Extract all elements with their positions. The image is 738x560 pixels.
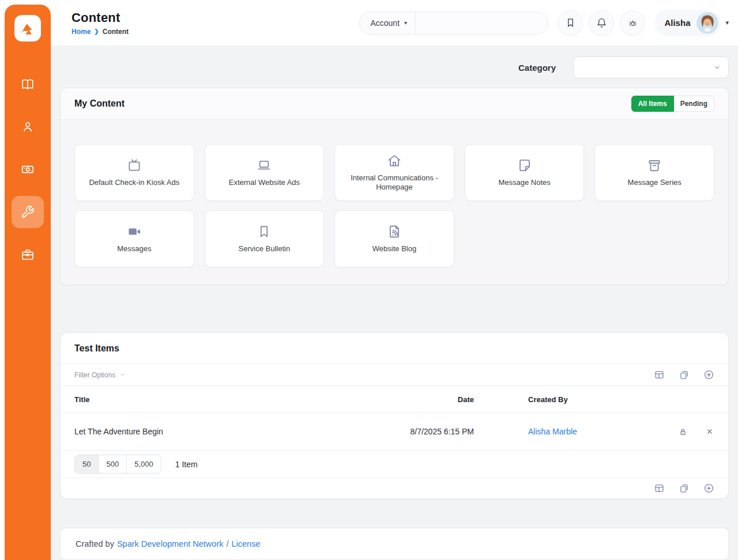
item-filter-toggle: All ItemsPending [631,96,714,112]
sun-icon [627,17,638,28]
top-bar: Content Home ❯ Content Account ▾ [51,0,738,46]
sidebar [5,5,51,560]
content-card-message-series[interactable]: Message Series [594,144,714,201]
column-created-by[interactable]: Created By [474,395,661,404]
breadcrumb: Home ❯ Content [71,28,129,36]
bell-icon [596,17,607,28]
video-icon [127,224,142,239]
category-row: Category [60,56,729,78]
my-content-panel: My Content All ItemsPending Default Chec… [60,88,729,285]
breadcrumb-home-link[interactable]: Home [71,28,91,36]
table-row[interactable]: Let The Adventure Begin 8/7/2025 6:15 PM… [61,413,728,450]
note-icon [517,158,532,173]
page-size-50[interactable]: 50 [75,455,99,473]
page-size-group: 505005,000 [74,455,161,474]
book-icon [21,77,35,91]
content-card-default-check-in-kiosk-ads[interactable]: Default Check-in Kiosk Ads [74,144,194,201]
content-card-messages[interactable]: Messages [74,210,194,267]
site-footer: Crafted by Spark Development Network / L… [60,528,729,560]
filter-all-items-button[interactable]: All Items [631,96,674,112]
footer-prefix: Crafted by [76,539,114,548]
sidebar-item-people[interactable] [12,111,44,143]
close-icon [705,427,714,436]
category-select[interactable] [573,56,729,78]
caret-down-icon: ▾ [404,20,407,26]
card-label: Message Series [628,178,681,187]
security-button[interactable] [678,427,688,437]
plus-circle-icon [703,483,714,494]
copy-button[interactable] [679,483,690,494]
page-size-5-000[interactable]: 5,000 [127,455,161,473]
laptop-icon [257,158,272,173]
caret-down-icon[interactable]: ▾ [725,19,729,27]
blog-icon [387,224,402,239]
person-icon [21,120,35,134]
content-card-external-website-ads[interactable]: External Website Ads [205,144,325,201]
notifications-button[interactable] [589,10,614,36]
sidebar-item-work[interactable] [12,239,44,271]
rock-logo[interactable] [14,15,41,41]
card-label: Internal Communications - Homepage [343,173,446,192]
breadcrumb-separator: ❯ [94,28,99,35]
category-label: Category [518,63,556,73]
card-label: Default Check-in Kiosk Ads [89,178,179,187]
column-date[interactable]: Date [364,395,474,404]
bookmark-icon [565,17,576,28]
grid-layout-button[interactable] [654,483,665,494]
lock-icon [678,427,688,437]
row-date: 8/7/2025 6:15 PM [364,427,474,436]
table-body: Let The Adventure Begin 8/7/2025 6:15 PM… [61,413,728,450]
delete-button[interactable] [705,427,714,436]
content-card-internal-communications-homepage[interactable]: Internal Communications - Homepage [334,144,454,201]
archive-icon [647,158,662,173]
grid-filter-bar: Filter Options [61,364,728,385]
content-card-message-notes[interactable]: Message Notes [465,144,585,201]
filter-options-label: Filter Options [74,371,115,379]
copy-button[interactable] [679,369,690,380]
header-toolbar [558,10,645,36]
column-title[interactable]: Title [74,395,364,404]
card-label: External Website Ads [229,178,300,187]
content-card-website-blog[interactable]: Website Blog [334,210,454,267]
footer-separator: / [226,539,228,548]
sidebar-item-finance[interactable] [12,153,44,186]
license-link[interactable]: License [232,539,261,548]
panel-title: My Content [74,99,125,109]
tv-icon [127,158,142,173]
created-by-link[interactable]: Alisha Marble [528,427,577,436]
grid-layout-button[interactable] [654,369,665,380]
cash-icon [21,162,35,176]
search-input[interactable] [416,12,548,34]
page-size-500[interactable]: 500 [99,455,127,473]
user-menu[interactable]: Alisha [654,10,721,36]
chevron-down-icon [713,63,721,71]
avatar [696,12,718,34]
rock-logo-icon [18,18,37,38]
page-content: Category My Content All ItemsPending Def… [51,46,738,560]
add-button[interactable] [703,483,714,494]
card-label: Messages [117,244,151,253]
item-count: 1 Item [175,460,198,469]
sidebar-item-library[interactable] [12,68,44,100]
content-card-grid: Default Check-in Kiosk Ads External Webs… [61,119,728,285]
filter-pending-button[interactable]: Pending [674,96,714,112]
add-button[interactable] [703,369,714,380]
spark-development-network-link[interactable]: Spark Development Network [117,539,224,548]
bookmark-icon [257,224,272,239]
filter-options-button[interactable]: Filter Options [74,371,126,379]
briefcase-icon [21,248,35,262]
sidebar-item-tools[interactable] [12,196,44,228]
grid-toolbar [654,483,714,494]
theme-button[interactable] [620,10,645,36]
panel-title: Test Items [61,333,728,364]
breadcrumb-current: Content [103,28,129,36]
table-icon [654,483,665,494]
content-card-service-bulletin[interactable]: Service Bulletin [205,210,325,267]
table-header: Title Date Created By [61,385,728,413]
user-name: Alisha [664,18,690,28]
page-heading: Content Home ❯ Content [71,10,129,36]
table-icon [654,369,665,380]
bookmarks-button[interactable] [558,10,583,36]
search-scope-dropdown[interactable]: Account ▾ [360,12,416,34]
copy-icon [679,483,690,494]
